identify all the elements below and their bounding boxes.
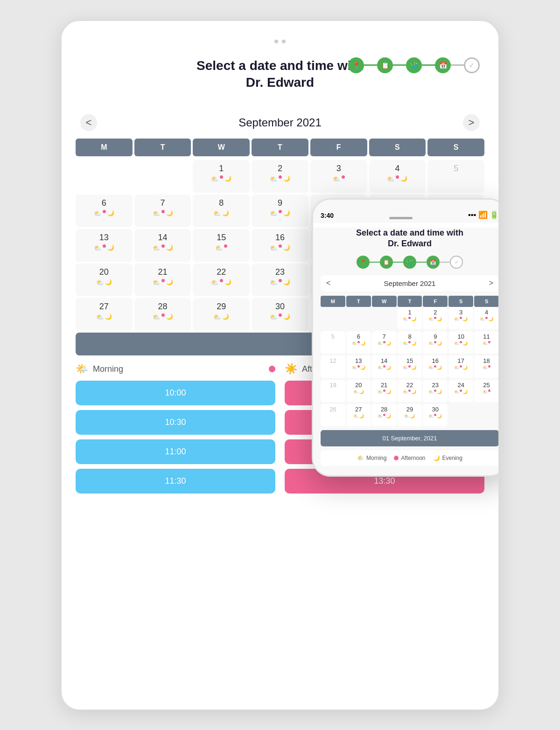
phone-day-cell-11[interactable]: 11⛅ (474, 331, 499, 354)
tablet-day-cell-16[interactable]: 16⛅🌙 (252, 229, 308, 262)
tablet-day-number-29: 29 (217, 302, 226, 312)
tablet-day-cell-30[interactable]: 30⛅🌙 (252, 298, 308, 331)
phone-day-cell-18[interactable]: 18⛅ (474, 355, 499, 378)
afternoon-dot (103, 210, 106, 213)
phone-day-number-24: 24 (457, 382, 464, 389)
tablet-day-number-27: 27 (99, 302, 109, 312)
calendar-day-headers: M T W T F S S (76, 139, 484, 156)
phone-day-cell-13[interactable]: 13⛅🌙 (346, 355, 371, 378)
phone-next-month-button[interactable]: > (489, 279, 493, 287)
phone-day-cell-29[interactable]: 29⛅🌙 (398, 404, 422, 426)
phone-day-cell-25[interactable]: 25⛅ (474, 380, 499, 402)
tablet-day-icons-20: ⛅🌙 (96, 279, 112, 286)
battery-icon: 🔋 (490, 211, 499, 219)
phone-day-cell-14[interactable]: 14⛅🌙 (372, 355, 397, 378)
tablet-day-cell-6[interactable]: 6⛅🌙 (76, 195, 133, 227)
tablet-day-cell-21[interactable]: 21⛅🌙 (134, 264, 191, 296)
moon-icon: 🌙 (222, 210, 229, 217)
phone-day-cell-17[interactable]: 17⛅🌙 (448, 355, 473, 378)
phone-day-cell-12[interactable]: 12 (321, 355, 345, 378)
phone-day-icons-8: ⛅🌙 (403, 341, 416, 346)
tablet-day-cell-22[interactable]: 22⛅🌙 (193, 264, 250, 296)
phone-day-cell-8[interactable]: 8⛅🌙 (398, 331, 422, 354)
phone-day-cell-6[interactable]: 6⛅🌙 (346, 331, 371, 354)
afternoon-dot (161, 279, 165, 282)
next-month-button[interactable]: > (463, 114, 480, 131)
tablet-day-cell-2[interactable]: 2⛅🌙 (252, 160, 308, 193)
afternoon-dot (488, 389, 490, 392)
phone-day-cell-26[interactable]: 26 (321, 404, 345, 426)
phone-day-cell-22[interactable]: 22⛅🌙 (398, 380, 422, 402)
phone-prev-month-button[interactable]: < (326, 279, 330, 287)
tablet-day-cell-28[interactable]: 28⛅🌙 (134, 298, 191, 331)
tablet-day-cell-14[interactable]: 14⛅🌙 (134, 229, 191, 262)
sun-icon: ⛅ (153, 279, 160, 286)
tablet-day-cell-29[interactable]: 29⛅🌙 (193, 298, 250, 331)
phone-step-4: 📅 (427, 256, 440, 269)
tablet-day-cell-23[interactable]: 23⛅🌙 (252, 264, 308, 296)
phone-day-icons-15: ⛅🌙 (403, 365, 416, 370)
tablet-day-cell-7[interactable]: 7⛅🌙 (134, 195, 191, 227)
phone-day-cell-15[interactable]: 15⛅🌙 (398, 355, 422, 378)
tablet-device: Select a date and time with Dr. Edward 📍… (61, 20, 499, 710)
time-slot-1000[interactable]: 10:00 (76, 381, 275, 405)
time-slot-1130[interactable]: 11:30 (76, 469, 275, 494)
tablet-day-icons-4: ⛅🌙 (387, 175, 407, 182)
prev-month-button[interactable]: < (80, 114, 97, 131)
phone-day-cell-28[interactable]: 28⛅🌙 (372, 404, 397, 426)
afternoon-dot (408, 341, 411, 343)
phone-day-cell-4[interactable]: 4⛅🌙 (474, 307, 499, 329)
phone-day-cell-2[interactable]: 2⛅🌙 (423, 307, 448, 329)
phone-day-cell-1[interactable]: 1⛅🌙 (398, 307, 422, 329)
phone-day-cell-16[interactable]: 16⛅🌙 (423, 355, 448, 378)
phone-day-cell-19[interactable]: 19 (321, 380, 345, 402)
afternoon-dot (220, 175, 223, 179)
tablet-day-icons-1: ⛅🌙 (211, 175, 231, 182)
phone-day-cell-20[interactable]: 20⛅🌙 (346, 380, 371, 402)
sun-icon: ⛅ (94, 244, 101, 251)
time-slot-1100[interactable]: 11:00 (76, 439, 275, 464)
step-5: ✓ (464, 57, 480, 73)
afternoon-dot (460, 341, 462, 343)
phone-step-1: 📍 (357, 256, 370, 269)
moon-icon: 🌙 (386, 365, 391, 370)
tablet-day-icons-30: ⛅🌙 (270, 313, 290, 320)
phone-day-icons-10: ⛅🌙 (454, 341, 468, 346)
phone-empty-cell-4-6 (474, 404, 499, 426)
tablet-day-number-28: 28 (158, 302, 168, 312)
phone-day-number-14: 14 (381, 357, 387, 364)
tablet-day-cell-3[interactable]: 3⛅ (310, 160, 367, 193)
phone-day-cell-7[interactable]: 7⛅🌙 (372, 331, 397, 354)
tablet-day-icons-23: ⛅🌙 (270, 279, 290, 286)
moon-icon: 🌙 (437, 317, 442, 321)
tablet-day-cell-5[interactable]: 5 (427, 160, 484, 193)
sun-icon: ⛅ (454, 365, 459, 370)
tablet-day-icons-2: ⛅🌙 (270, 175, 290, 182)
afternoon-dot (434, 389, 436, 392)
device-dots (76, 40, 484, 43)
tablet-day-cell-20[interactable]: 20⛅🌙 (76, 264, 133, 296)
tablet-day-cell-8[interactable]: 8⛅🌙 (193, 195, 250, 227)
tablet-day-cell-15[interactable]: 15⛅ (193, 229, 250, 262)
phone-day-cell-27[interactable]: 27⛅🌙 (346, 404, 371, 426)
phone-day-cell-9[interactable]: 9⛅🌙 (423, 331, 448, 354)
dot-1 (274, 40, 278, 43)
phone-day-cell-10[interactable]: 10⛅🌙 (448, 331, 473, 354)
phone-day-cell-3[interactable]: 3⛅🌙 (448, 307, 473, 329)
phone-day-cell-5[interactable]: 5 (321, 331, 345, 354)
phone-legend-afternoon-label: Afternoon (401, 455, 425, 461)
tablet-day-cell-4[interactable]: 4⛅🌙 (369, 160, 426, 193)
tablet-day-cell-9[interactable]: 9⛅🌙 (252, 195, 308, 227)
phone-day-number-3: 3 (459, 309, 462, 316)
phone-day-cell-21[interactable]: 21⛅🌙 (372, 380, 397, 402)
time-slot-1030[interactable]: 10:30 (76, 410, 275, 435)
phone-day-cell-30[interactable]: 30⛅🌙 (423, 404, 448, 426)
tablet-day-cell-13[interactable]: 13⛅🌙 (76, 229, 133, 262)
phone-day-cell-24[interactable]: 24⛅🌙 (448, 380, 473, 402)
sun-icon: ⛅ (428, 317, 434, 321)
phone-day-icons-13: ⛅🌙 (352, 365, 365, 370)
phone-day-cell-23[interactable]: 23⛅🌙 (423, 380, 448, 402)
tablet-day-cell-27[interactable]: 27⛅🌙 (76, 298, 133, 331)
tablet-day-cell-1[interactable]: 1⛅🌙 (193, 160, 250, 193)
phone-day-number-8: 8 (408, 333, 411, 340)
